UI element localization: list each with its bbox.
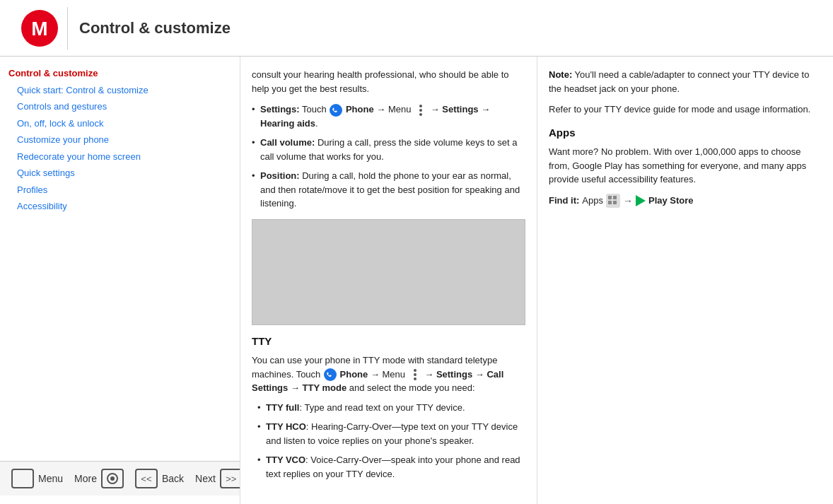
play-store-icon: [636, 195, 646, 206]
sidebar-item-redecorate[interactable]: Redecorate your home screen: [6, 148, 234, 165]
bullet-position: Position: During a call, hold the phone …: [252, 169, 525, 211]
svg-point-8: [324, 368, 337, 381]
phone-text: Phone: [346, 104, 374, 115]
note-text: Note: You'll need a cable/adapter to con…: [549, 68, 822, 95]
next-label: Next: [195, 473, 216, 484]
sidebar-item-controls-gestures[interactable]: Controls and gestures: [6, 98, 234, 115]
svg-rect-14: [608, 201, 612, 204]
tty-full: TTY full: Type and read text on your TTY…: [252, 401, 525, 415]
middle-pane: consult your hearing health professional…: [240, 57, 537, 504]
content-area: consult your hearing health professional…: [240, 57, 833, 504]
sidebar-item-profiles[interactable]: Profiles: [6, 182, 234, 199]
phone-image: [252, 219, 525, 325]
menu-dots-icon: [414, 104, 427, 117]
refer-text: Refer to your TTY device guide for mode …: [549, 102, 822, 117]
svg-rect-13: [613, 196, 617, 199]
tty-title: TTY: [252, 334, 525, 350]
sidebar: Control & customize Quick start: Control…: [0, 57, 240, 504]
svg-rect-15: [613, 201, 617, 204]
svg-point-10: [414, 373, 416, 376]
call-volume-label: Call volume:: [260, 137, 315, 148]
more-icon: [101, 469, 124, 488]
next-icon: >>: [220, 469, 240, 488]
settings-label: Settings:: [260, 104, 300, 115]
svg-point-5: [419, 105, 422, 107]
main-layout: Control & customize Quick start: Control…: [0, 57, 833, 504]
svg-point-7: [419, 113, 422, 116]
apps-title: Apps: [549, 125, 822, 141]
svg-point-4: [330, 104, 342, 117]
menu-dots-icon-2: [409, 368, 421, 381]
apps-text: Want more? No problem. With over 1,000,0…: [549, 145, 822, 187]
sidebar-nav: Control & customize Quick start: Control…: [0, 65, 240, 215]
apps-grid-icon: [606, 194, 620, 208]
sidebar-item-quick-settings[interactable]: Quick settings: [6, 165, 234, 182]
tty-list: TTY full: Type and read text on your TTY…: [252, 401, 525, 481]
intro-text: consult your hearing health professional…: [252, 68, 525, 95]
more-label: More: [74, 473, 97, 484]
position-label: Position:: [260, 170, 300, 181]
sidebar-item-on-off[interactable]: On, off, lock & unlock: [6, 115, 234, 132]
page-title: Control & customize: [79, 19, 231, 37]
svg-point-11: [414, 377, 416, 380]
menu-label: Menu: [38, 473, 63, 484]
play-store-label: Play Store: [648, 194, 694, 208]
phone-icon-2: [324, 368, 337, 381]
back-icon: <<: [135, 469, 158, 488]
back-button[interactable]: << Back: [129, 466, 190, 491]
svg-point-6: [419, 109, 422, 112]
tty-vco: TTY VCO: Voice-Carry-Over—speak into you…: [252, 453, 525, 481]
tty-hco: TTY HCO: Hearing-Carry-Over—type text on…: [252, 420, 525, 447]
more-button[interactable]: More: [69, 466, 129, 491]
svg-text:M: M: [31, 18, 47, 40]
bullet-settings: Settings: Touch Phone → Menu → Settings …: [252, 102, 525, 130]
next-button[interactable]: Next >>: [190, 466, 240, 491]
find-it-row: Find it: Apps → Play Store: [549, 194, 822, 209]
note-label: Note:: [549, 69, 572, 80]
bottom-nav: Menu More << Back Next >>: [0, 461, 240, 496]
middle-bullets: Settings: Touch Phone → Menu → Settings …: [252, 102, 525, 211]
sidebar-item-quick-start[interactable]: Quick start: Control & customize: [6, 82, 234, 99]
svg-point-9: [414, 369, 416, 372]
header: M Control & customize: [0, 0, 833, 57]
right-pane: Note: You'll need a cable/adapter to con…: [537, 57, 833, 504]
bullet-call-volume: Call volume: During a call, press the si…: [252, 136, 525, 163]
svg-point-3: [110, 476, 115, 481]
phone-icon: [330, 104, 342, 117]
svg-rect-12: [608, 196, 612, 199]
tty-intro: You can use your phone in TTY mode with …: [252, 353, 525, 395]
menu-button[interactable]: Menu: [6, 466, 69, 491]
logo-container: M: [11, 7, 68, 49]
find-it-label: Find it:: [549, 194, 579, 208]
menu-icon: [11, 469, 34, 488]
sidebar-item-control-customize[interactable]: Control & customize: [6, 65, 234, 82]
sidebar-item-customize-phone[interactable]: Customize your phone: [6, 131, 234, 148]
apps-text-label: Apps: [582, 194, 603, 208]
back-label: Back: [162, 473, 184, 484]
sidebar-item-accessibility[interactable]: Accessibility: [6, 198, 234, 215]
motorola-logo: M: [20, 8, 59, 48]
arrow-icon-1: →: [623, 194, 633, 209]
